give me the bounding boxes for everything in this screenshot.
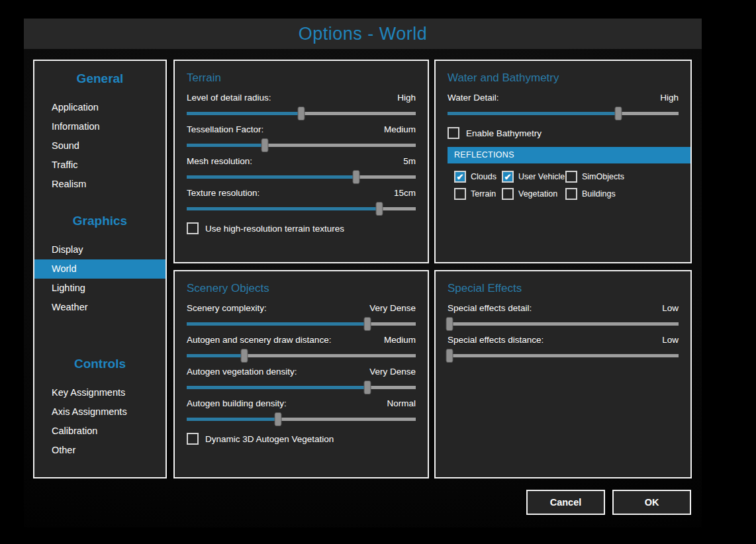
slider-thumb[interactable] (240, 349, 248, 363)
checkbox-reflection-vegetation[interactable]: ✔ Vegetation (502, 188, 565, 200)
checkbox-icon[interactable]: ✔ (502, 171, 514, 183)
sidebar-item-other[interactable]: Other (34, 441, 165, 460)
slider-track[interactable] (187, 418, 416, 421)
slider-special-effects-detail: Special effects detail: Low (448, 303, 679, 326)
checkbox-reflection-user-vehicle[interactable]: ✔ User Vehicle (502, 171, 565, 183)
slider-thumb[interactable] (364, 381, 371, 394)
slider-fill (187, 322, 367, 326)
checkbox-label: User Vehicle (518, 172, 565, 181)
sidebar-item-sound[interactable]: Sound (34, 136, 165, 156)
checkbox-icon[interactable]: ✔ (565, 171, 577, 183)
slider-track[interactable] (187, 144, 416, 147)
slider-track[interactable] (448, 322, 679, 326)
special-effects-panel: Special Effects Special effects detail: … (434, 270, 692, 478)
slider-label: Special effects distance: (448, 335, 543, 345)
title-bar: Options - World (24, 19, 702, 49)
checkbox-label: Vegetation (518, 189, 557, 199)
slider-label: Autogen building density: (187, 398, 287, 408)
slider-special-effects-distance: Special effects distance: Low (448, 335, 679, 357)
slider-water-detail: Water Detail: High (448, 93, 679, 115)
slider-thumb[interactable] (353, 170, 360, 184)
terrain-panel: Terrain Level of detail radius: High Tes… (173, 60, 429, 263)
slider-label: Level of detail radius: (187, 93, 271, 103)
slider-fill (187, 386, 367, 389)
checkbox-icon[interactable]: ✔ (187, 222, 199, 234)
slider-tessellation-factor: Tessellation Factor: Medium (187, 124, 416, 147)
sidebar-item-weather[interactable]: Weather (34, 298, 165, 317)
checkbox-label: Clouds (471, 172, 496, 181)
slider-track[interactable] (448, 112, 679, 115)
sidebar-item-traffic[interactable]: Traffic (34, 156, 165, 175)
slider-fill (187, 207, 379, 210)
sidebar-item-key-assignments[interactable]: Key Assignments (34, 383, 165, 402)
slider-thumb[interactable] (446, 349, 453, 363)
scenery-panel-title: Scenery Objects (187, 282, 416, 295)
slider-label: Water Detail: (448, 93, 499, 103)
checkbox-icon[interactable]: ✔ (502, 188, 514, 200)
slider-thumb[interactable] (275, 412, 282, 426)
slider-fill (187, 144, 265, 147)
sidebar-item-realism[interactable]: Realism (34, 175, 165, 194)
checkbox-icon[interactable]: ✔ (454, 188, 466, 200)
water-panel-title: Water and Bathymetry (448, 71, 679, 85)
sidebar-item-axis-assignments[interactable]: Axis Assignments (34, 402, 165, 422)
checkbox-reflection-simobjects[interactable]: ✔ SimObjects (565, 171, 679, 183)
slider-thumb[interactable] (446, 317, 453, 331)
slider-track[interactable] (187, 207, 416, 210)
checkbox-reflection-clouds[interactable]: ✔ Clouds (454, 171, 502, 183)
slider-value: Medium (384, 335, 416, 345)
slider-label: Autogen vegetation density: (187, 367, 297, 377)
slider-label: Scenery complexity: (187, 303, 267, 313)
footer-buttons: Cancel OK (526, 490, 691, 515)
slider-label: Tessellation Factor: (187, 124, 263, 134)
slider-thumb[interactable] (261, 138, 268, 152)
slider-value: Very Dense (369, 303, 416, 313)
sidebar-item-world[interactable]: World (34, 259, 165, 279)
slider-fill (187, 354, 244, 357)
checkmark-icon: ✔ (504, 173, 512, 181)
sidebar-item-application[interactable]: Application (34, 98, 165, 117)
checkbox-label: SimObjects (582, 172, 624, 181)
checkbox-icon[interactable]: ✔ (565, 188, 577, 200)
sidebar-group-controls: Controls Key Assignments Axis Assignment… (34, 354, 165, 460)
slider-thumb[interactable] (615, 107, 622, 120)
sidebar-item-lighting[interactable]: Lighting (34, 279, 165, 298)
scenery-objects-panel: Scenery Objects Scenery complexity: Very… (173, 270, 429, 478)
slider-value: Normal (387, 398, 416, 408)
dialog-title: Options - World (299, 24, 428, 44)
slider-track[interactable] (187, 175, 416, 179)
sidebar-item-display[interactable]: Display (34, 240, 165, 259)
sidebar: General Application Information Sound Tr… (33, 60, 167, 478)
checkbox-reflection-terrain[interactable]: ✔ Terrain (454, 188, 502, 200)
slider-thumb[interactable] (298, 107, 305, 120)
slider-thumb[interactable] (375, 202, 383, 216)
sidebar-header-controls: Controls (34, 354, 165, 373)
slider-track[interactable] (187, 354, 416, 357)
slider-value: Low (662, 303, 679, 313)
sidebar-item-information[interactable]: Information (34, 117, 165, 136)
checkbox-use-high-resolution-terrain-textures[interactable]: ✔ Use high-resolution terrain textures (187, 222, 416, 234)
checkbox-label: Use high-resolution terrain textures (205, 224, 344, 234)
sidebar-item-calibration[interactable]: Calibration (34, 422, 165, 441)
checkbox-enable-bathymetry[interactable]: ✔ Enable Bathymetry (448, 127, 679, 139)
slider-thumb[interactable] (364, 317, 371, 331)
slider-fill (187, 112, 301, 115)
checkmark-icon: ✔ (457, 173, 464, 181)
checkbox-label: Enable Bathymetry (466, 128, 542, 138)
checkbox-dynamic-3d-autogen-vegetation[interactable]: ✔ Dynamic 3D Autogen Vegetation (187, 433, 416, 445)
checkbox-label: Terrain (471, 189, 496, 199)
slider-track[interactable] (187, 322, 416, 326)
checkbox-icon[interactable]: ✔ (454, 171, 466, 183)
slider-track[interactable] (187, 112, 416, 115)
slider-texture-resolution: Texture resolution: 15cm (187, 188, 416, 210)
slider-track[interactable] (187, 386, 416, 389)
cancel-button[interactable]: Cancel (526, 490, 605, 515)
slider-label: Mesh resolution: (187, 156, 252, 166)
ok-button[interactable]: OK (612, 490, 691, 515)
checkbox-icon[interactable]: ✔ (448, 127, 459, 139)
checkbox-icon[interactable]: ✔ (187, 433, 199, 445)
slider-value: Very Dense (369, 367, 416, 377)
checkbox-reflection-buildings[interactable]: ✔ Buildings (565, 188, 679, 200)
slider-track[interactable] (448, 354, 679, 357)
options-dialog: Options - World General Application Info… (0, 0, 756, 544)
